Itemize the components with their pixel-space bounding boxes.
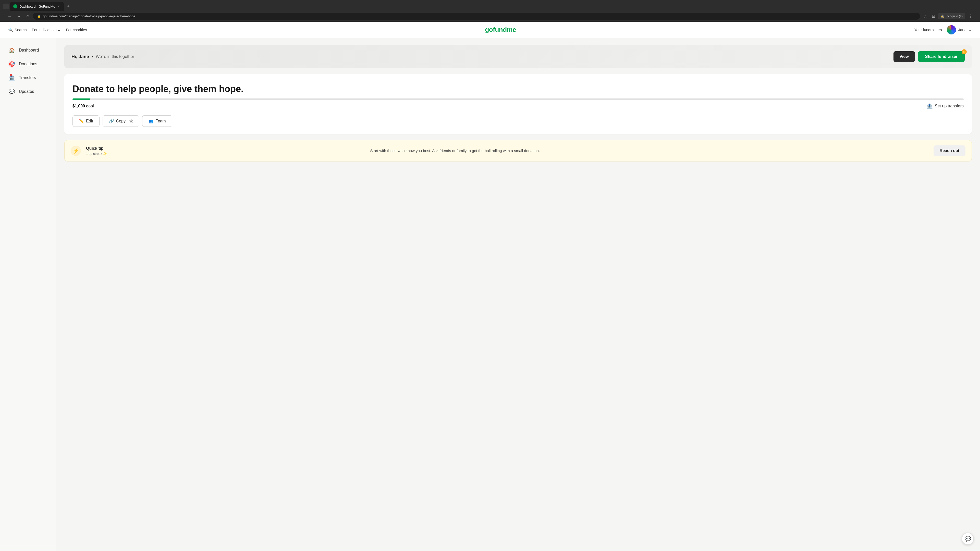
- user-menu-chevron-icon: ⌄: [969, 27, 972, 32]
- edit-label: Edit: [86, 119, 93, 124]
- team-icon: 👥: [148, 119, 154, 124]
- updates-icon: 💬: [8, 88, 15, 95]
- copy-link-button[interactable]: 🔗 Copy link: [103, 115, 139, 127]
- header-left: 🔍 Search For individuals ⌄ For charities: [8, 27, 87, 32]
- copy-link-label: Copy link: [116, 119, 133, 124]
- chat-support-button[interactable]: 💬: [962, 533, 974, 545]
- goal-row: $1,000 goal 🏦 Set up transfers: [73, 103, 964, 109]
- sidebar-label-transfers: Transfers: [19, 76, 36, 80]
- search-label: Search: [14, 27, 27, 32]
- home-icon: 🏠: [8, 47, 15, 54]
- bookmark-button[interactable]: ☆: [922, 13, 929, 20]
- toolbar-actions: ☆ ⊟ 🕵️ Incognito (2) ⋮: [922, 13, 974, 20]
- greeting-subtitle: We're in this together: [96, 54, 134, 59]
- for-charities-label: For charities: [66, 27, 87, 32]
- sidebar-item-donations[interactable]: 🎯 Donations: [2, 57, 54, 71]
- browser-toolbar: ← → ↻ 🔒 gofundme.com/manage/donate-to-he…: [3, 11, 977, 22]
- donations-icon: 🎯: [8, 60, 15, 68]
- logo-center: gofundme: [93, 26, 908, 34]
- fundraiser-header-card: Hi, Jane • We're in this together View S…: [64, 45, 972, 68]
- bank-icon: 🏦: [926, 103, 933, 109]
- for-individuals-label: For individuals: [32, 27, 57, 32]
- greeting-text: Hi, Jane: [72, 54, 89, 59]
- gofundme-logo[interactable]: gofundme: [485, 26, 516, 34]
- team-label: Team: [156, 119, 165, 124]
- progress-bar-container: [73, 98, 964, 100]
- copy-link-icon: 🔗: [109, 119, 114, 124]
- share-label: Share fundraiser: [925, 54, 958, 59]
- for-charities-link[interactable]: For charities: [66, 27, 87, 32]
- fundraiser-title: Donate to help people, give them hope.: [73, 83, 964, 94]
- quick-tip-streak: 1 tip streak ✨: [86, 152, 365, 156]
- transfers-badge-dot: [10, 74, 12, 76]
- avatar-image: [947, 25, 956, 35]
- goal-text: $1,000 goal: [73, 104, 94, 108]
- sidebar-label-updates: Updates: [19, 89, 34, 94]
- page-header: 🔍 Search For individuals ⌄ For charities…: [0, 22, 980, 38]
- streak-label: 1 tip streak: [86, 152, 102, 156]
- forward-button[interactable]: →: [15, 13, 22, 20]
- setup-transfers-label: Set up transfers: [935, 104, 964, 108]
- quick-tip-content: Quick tip 1 tip streak ✨: [86, 146, 365, 156]
- reach-out-button[interactable]: Reach out: [934, 145, 966, 156]
- chat-icon: 💬: [965, 536, 971, 542]
- address-bar[interactable]: 🔒 gofundme.com/manage/donate-to-help-peo…: [33, 13, 920, 20]
- tab-switcher[interactable]: ⌄: [3, 3, 9, 9]
- url-text: gofundme.com/manage/donate-to-help-peopl…: [43, 14, 916, 18]
- quick-tip-title: Quick tip: [86, 146, 365, 151]
- tab-title: Dashboard - GoFundMe: [19, 5, 55, 8]
- your-fundraisers-link[interactable]: Your fundraisers: [914, 27, 942, 32]
- for-individuals-link[interactable]: For individuals ⌄: [32, 27, 61, 32]
- team-button[interactable]: 👥 Team: [142, 115, 172, 127]
- action-buttons: ✏️ Edit 🔗 Copy link 👥 Team: [73, 115, 964, 127]
- progress-bar-fill: [73, 98, 90, 100]
- browser-tabs: ⌄ Dashboard - GoFundMe × +: [3, 2, 977, 11]
- active-browser-tab[interactable]: Dashboard - GoFundMe ×: [10, 2, 64, 11]
- quick-tip-section: ⚡ Quick tip 1 tip streak ✨ Start with th…: [64, 140, 972, 162]
- user-menu[interactable]: Jane ⌄: [947, 25, 972, 35]
- greeting-separator: •: [92, 54, 93, 59]
- sidebar-item-updates[interactable]: 💬 Updates: [2, 85, 54, 98]
- share-badge: 🔔: [962, 49, 967, 54]
- search-link[interactable]: 🔍 Search: [8, 27, 27, 32]
- sidebar-label-dashboard: Dashboard: [19, 48, 39, 52]
- tab-favicon: [13, 4, 18, 8]
- goal-label: goal: [86, 104, 94, 108]
- lock-icon: 🔒: [37, 14, 41, 18]
- menu-button[interactable]: ⋮: [967, 13, 974, 20]
- streak-badge: 1 tip streak ✨: [86, 152, 107, 156]
- view-button[interactable]: View: [894, 51, 915, 62]
- incognito-icon: 🕵️: [941, 14, 945, 18]
- sidebar: 🏠 Dashboard 🎯 Donations 🏦 Transfers 💬 Up…: [0, 38, 56, 551]
- greeting-section: Hi, Jane • We're in this together: [72, 54, 134, 59]
- user-name: Jane: [958, 27, 966, 32]
- main-content: Hi, Jane • We're in this together View S…: [56, 38, 980, 551]
- share-fundraiser-button[interactable]: Share fundraiser 🔔: [918, 51, 965, 62]
- avatar: [947, 25, 956, 35]
- sidebar-label-donations: Donations: [19, 62, 37, 66]
- search-icon: 🔍: [8, 27, 13, 32]
- browser-chrome: ⌄ Dashboard - GoFundMe × + ← → ↻ 🔒 gofun…: [0, 0, 980, 22]
- incognito-label: Incognito (2): [945, 14, 963, 18]
- page-content: 🏠 Dashboard 🎯 Donations 🏦 Transfers 💬 Up…: [0, 38, 980, 551]
- refresh-button[interactable]: ↻: [24, 13, 31, 20]
- sidebar-item-transfers[interactable]: 🏦 Transfers: [2, 71, 54, 84]
- back-button[interactable]: ←: [6, 13, 13, 20]
- fundraiser-card: Donate to help people, give them hope. $…: [64, 74, 972, 134]
- sidebar-item-dashboard[interactable]: 🏠 Dashboard: [2, 44, 54, 57]
- quick-tip-text: Start with those who know you best. Ask …: [370, 148, 928, 154]
- edit-icon: ✏️: [79, 119, 84, 124]
- edit-button[interactable]: ✏️ Edit: [73, 115, 100, 127]
- lightning-icon: ⚡: [71, 146, 81, 156]
- header-buttons: View Share fundraiser 🔔: [894, 51, 965, 62]
- setup-transfers-link[interactable]: 🏦 Set up transfers: [926, 103, 964, 109]
- new-tab-button[interactable]: +: [65, 3, 72, 10]
- incognito-button[interactable]: 🕵️ Incognito (2): [938, 13, 965, 19]
- streak-icon: ✨: [103, 152, 107, 156]
- header-right: Your fundraisers Jane ⌄: [914, 25, 972, 35]
- progress-bar-background: [73, 98, 964, 100]
- goal-amount: $1,000: [73, 104, 85, 108]
- sidebar-toggle-button[interactable]: ⊟: [930, 13, 937, 20]
- for-individuals-chevron-icon: ⌄: [57, 27, 61, 32]
- tab-close-button[interactable]: ×: [57, 4, 60, 9]
